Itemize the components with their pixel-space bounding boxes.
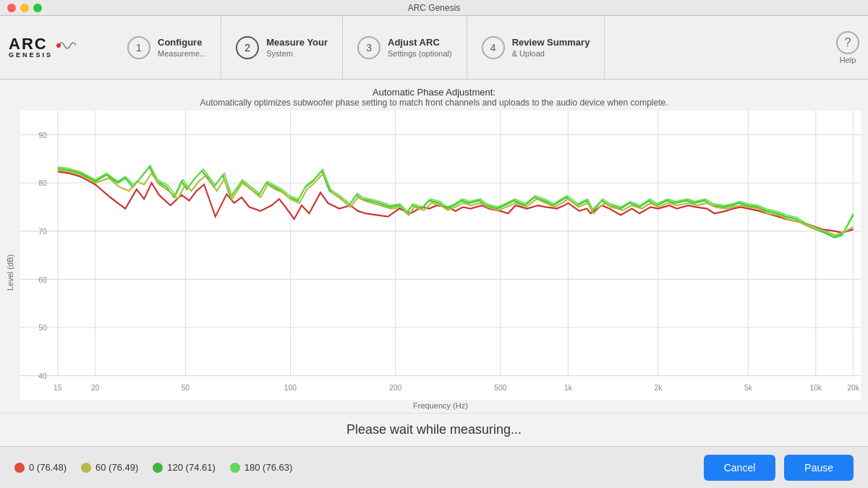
step-4[interactable]: 4 Review Summary & Upload <box>467 16 605 79</box>
svg-text:500: 500 <box>494 382 506 391</box>
svg-text:200: 200 <box>389 382 401 391</box>
step-3-circle: 3 <box>357 36 380 59</box>
svg-text:20: 20 <box>91 382 100 391</box>
svg-text:50: 50 <box>181 382 190 391</box>
svg-text:20k: 20k <box>847 382 859 391</box>
help-button[interactable]: ? Help <box>836 31 859 64</box>
pause-button[interactable]: Pause <box>784 455 854 481</box>
legend-label-3: 180 (76.63) <box>244 462 293 473</box>
chart-subtitle: Automatically optimizes subwoofer phase … <box>0 98 868 108</box>
svg-text:90: 90 <box>38 130 47 139</box>
step-1-text: Configure Measureme... <box>158 37 206 58</box>
y-axis-label: Level (dB) <box>0 111 20 413</box>
legend-label-1: 60 (76.49) <box>95 462 138 473</box>
svg-point-0 <box>56 43 61 48</box>
svg-text:80: 80 <box>38 179 47 187</box>
close-button[interactable] <box>7 4 16 12</box>
chart-area: Level (dB) 90 80 70 60 <box>0 111 868 413</box>
chart-svg: 90 80 70 60 50 40 <box>20 111 861 400</box>
main-content: Automatic Phase Adjustment: Automaticall… <box>0 80 868 446</box>
legend-item-0: 0 (76.48) <box>14 462 67 473</box>
logo-arc: ARC <box>9 36 48 52</box>
svg-rect-1 <box>20 111 861 400</box>
logo: ARC GENESIS <box>9 34 95 61</box>
svg-text:50: 50 <box>38 323 47 332</box>
minimize-button[interactable] <box>20 4 29 12</box>
window-title: ARC Genesis <box>408 3 461 13</box>
step-2-text: Measure Your System <box>266 37 328 58</box>
status-bar: Please wait while measuring... <box>0 413 868 446</box>
step-2-circle: 2 <box>236 36 259 59</box>
cancel-button[interactable]: Cancel <box>704 455 776 481</box>
step-3-text: Adjust ARC Settings (optional) <box>388 37 452 58</box>
svg-text:100: 100 <box>284 382 297 391</box>
step-2-sub: System <box>266 49 328 58</box>
step-4-circle: 4 <box>482 36 505 59</box>
status-text: Please wait while measuring... <box>346 422 522 437</box>
chart-title: Automatic Phase Adjustment: <box>0 87 868 98</box>
legend-item-3: 180 (76.63) <box>230 462 293 473</box>
chart-header: Automatic Phase Adjustment: Automaticall… <box>0 80 868 111</box>
legend-dot-0 <box>14 463 25 473</box>
chart-container: 90 80 70 60 50 40 <box>20 111 861 413</box>
step-3[interactable]: 3 Adjust ARC Settings (optional) <box>343 16 467 79</box>
title-bar: ARC Genesis <box>0 0 868 16</box>
svg-text:5k: 5k <box>744 382 753 391</box>
maximize-button[interactable] <box>33 4 42 12</box>
legend-dot-2 <box>153 463 163 473</box>
step-4-text: Review Summary & Upload <box>512 37 590 58</box>
header: ARC GENESIS 1 Configure Measureme... 2 M… <box>0 16 868 80</box>
legend: 0 (76.48) 60 (76.49) 120 (74.61) 180 (76… <box>14 462 704 473</box>
step-4-label: Review Summary <box>512 37 590 49</box>
logo-genesis: GENESIS <box>9 52 53 59</box>
step-4-sub: & Upload <box>512 49 590 58</box>
svg-text:15: 15 <box>54 382 62 391</box>
x-axis-label: Frequency (Hz) <box>20 400 861 413</box>
legend-label-0: 0 (76.48) <box>29 462 67 473</box>
svg-text:40: 40 <box>38 372 47 380</box>
step-1[interactable]: 1 Configure Measureme... <box>113 16 221 79</box>
logo-text: ARC GENESIS <box>9 36 53 59</box>
legend-item-2: 120 (74.61) <box>153 462 216 473</box>
svg-text:1k: 1k <box>564 382 573 391</box>
legend-label-2: 120 (74.61) <box>167 462 216 473</box>
step-1-circle: 1 <box>127 36 150 59</box>
legend-dot-1 <box>81 463 91 473</box>
svg-text:10k: 10k <box>809 382 822 391</box>
window-controls[interactable] <box>7 4 42 12</box>
step-2[interactable]: 2 Measure Your System <box>221 16 343 79</box>
step-3-label: Adjust ARC <box>388 37 452 49</box>
step-3-sub: Settings (optional) <box>388 49 452 58</box>
svg-text:60: 60 <box>38 275 47 283</box>
step-2-label: Measure Your <box>266 37 328 49</box>
footer: 0 (76.48) 60 (76.49) 120 (74.61) 180 (76… <box>0 446 868 488</box>
legend-dot-3 <box>230 463 240 473</box>
legend-item-1: 60 (76.49) <box>81 462 138 473</box>
step-1-sub: Measureme... <box>158 49 206 58</box>
step-1-label: Configure <box>158 37 206 49</box>
footer-buttons: Cancel Pause <box>704 455 854 481</box>
logo-waves-icon <box>56 34 76 61</box>
help-circle-icon: ? <box>836 31 859 54</box>
svg-text:70: 70 <box>38 227 47 236</box>
help-label: Help <box>840 56 856 64</box>
svg-text:2k: 2k <box>654 382 663 391</box>
